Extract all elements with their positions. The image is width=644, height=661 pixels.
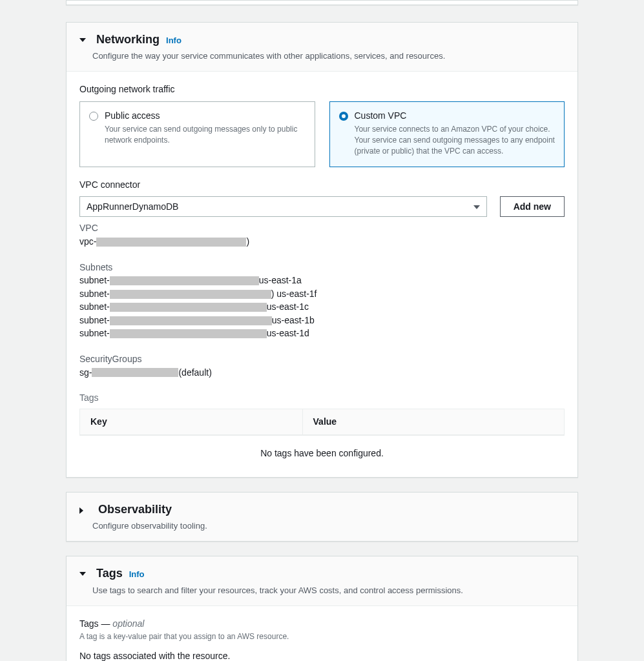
vpc-suffix: ) (246, 236, 249, 249)
chevron-down-icon (79, 38, 86, 42)
outgoing-traffic-label: Outgoing network traffic (79, 83, 565, 96)
redacted-block (110, 276, 259, 285)
tags-subhead: Tags — optional (79, 618, 565, 631)
radio-checked-icon (339, 112, 348, 121)
vpc-connector-label: VPC connector (79, 179, 487, 192)
observability-panel: Observability Configure observability to… (66, 492, 578, 542)
tags-panel: Tags Info Use tags to search and filter … (66, 556, 578, 661)
subnet-row: subnet- us-east-1d (79, 327, 565, 340)
subnets-label: Subnets (79, 261, 565, 274)
subnet-suffix: ) us-east-1f (271, 288, 317, 301)
sg-prefix: sg- (79, 367, 92, 380)
tags-col-key: Key (80, 409, 303, 435)
redacted-block (110, 316, 272, 325)
subnet-prefix: subnet- (79, 301, 110, 314)
vpc-prefix: vpc- (79, 236, 96, 249)
subnet-row: subnet- us-east-1b (79, 314, 565, 327)
subnet-prefix: subnet- (79, 288, 110, 301)
redacted-block (110, 290, 271, 299)
custom-vpc-desc: Your service connects to an Amazon VPC o… (355, 124, 556, 158)
redacted-block (96, 238, 246, 247)
subnet-row: subnet- us-east-1c (79, 301, 565, 314)
tags-empty-text: No tags have been configured. (79, 436, 565, 463)
subnet-row: subnet- us-east-1a (79, 274, 565, 287)
public-access-radio[interactable]: Public access Your service can send outg… (79, 101, 315, 167)
subnet-suffix: us-east-1a (259, 274, 302, 287)
observability-desc: Configure observability tooling. (92, 520, 565, 532)
previous-panel-edge (66, 0, 578, 5)
subnet-suffix: us-east-1b (272, 314, 315, 327)
tags-col-value: Value (303, 409, 564, 435)
subnet-prefix: subnet- (79, 327, 110, 340)
tags-none: No tags associated with the resource. (79, 650, 565, 661)
tags-desc: Use tags to search and filter your resou… (92, 585, 565, 596)
subnet-prefix: subnet- (79, 314, 110, 327)
tags-label: Tags (79, 392, 565, 405)
sg-suffix: (default) (178, 367, 211, 380)
radio-unchecked-icon (89, 112, 98, 121)
subnet-row: subnet-) us-east-1f (79, 288, 565, 301)
redacted-block (110, 303, 267, 312)
networking-panel: Networking Info Configure the way your s… (66, 22, 578, 478)
redacted-block (92, 368, 178, 377)
custom-vpc-title: Custom VPC (355, 110, 556, 123)
tags-info-link[interactable]: Info (129, 569, 145, 580)
vpc-connector-value: AppRunnerDynamoDB (87, 201, 178, 214)
vpc-label: VPC (79, 222, 565, 235)
tags-panel-header[interactable]: Tags Info Use tags to search and filter … (67, 556, 577, 605)
public-access-title: Public access (105, 110, 306, 123)
observability-title: Observability (98, 502, 172, 518)
tags-subhead-text: Tags — (79, 618, 112, 629)
subnet-prefix: subnet- (79, 274, 110, 287)
observability-panel-header[interactable]: Observability Configure observability to… (67, 493, 577, 541)
tags-body: Tags — optional A tag is a key-value pai… (67, 606, 577, 661)
tags-optional-text: optional (112, 618, 144, 629)
custom-vpc-radio[interactable]: Custom VPC Your service connects to an A… (329, 101, 565, 167)
tags-title: Tags (96, 565, 123, 582)
tags-help: A tag is a key-value pair that you assig… (79, 631, 565, 642)
public-access-desc: Your service can send outgoing messages … (105, 124, 306, 147)
subnet-suffix: us-east-1d (267, 327, 309, 340)
tags-table: Key Value (79, 409, 565, 436)
security-groups-label: SecurityGroups (79, 353, 565, 366)
networking-info-link[interactable]: Info (166, 35, 182, 46)
add-new-button[interactable]: Add new (500, 196, 565, 217)
chevron-down-icon (79, 572, 86, 576)
vpc-value-row: vpc- ) (79, 236, 565, 249)
chevron-right-icon (79, 507, 87, 514)
networking-title: Networking (96, 32, 160, 48)
networking-body: Outgoing network traffic Public access Y… (67, 72, 577, 477)
redacted-block (110, 329, 267, 338)
networking-panel-header[interactable]: Networking Info Configure the way your s… (67, 23, 577, 72)
vpc-connector-select[interactable]: AppRunnerDynamoDB (79, 196, 487, 217)
subnet-suffix: us-east-1c (267, 301, 309, 314)
sg-value-row: sg- (default) (79, 367, 565, 380)
networking-desc: Configure the way your service communica… (92, 50, 565, 62)
